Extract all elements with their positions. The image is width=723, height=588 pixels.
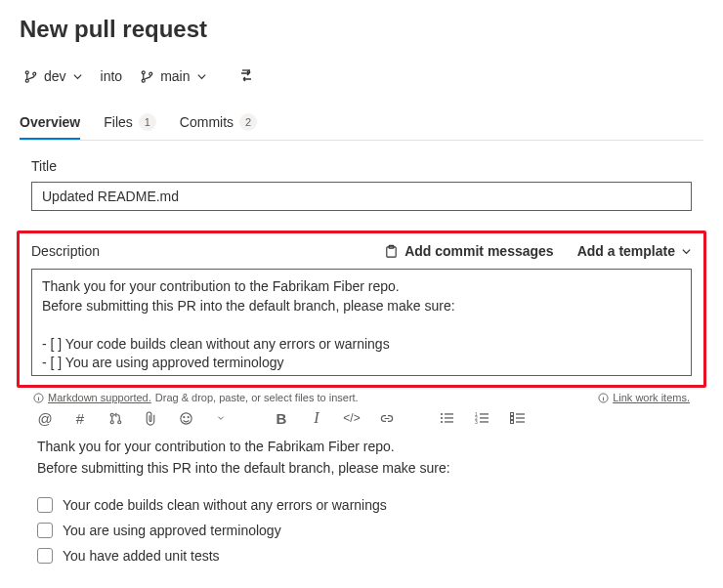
branch-icon <box>23 69 38 84</box>
svg-point-18 <box>441 417 443 419</box>
svg-rect-27 <box>480 421 489 422</box>
svg-point-14 <box>183 416 184 417</box>
info-icon <box>598 393 609 403</box>
link-work-items-link[interactable]: Link work items. <box>613 392 690 403</box>
checklist-item: You have added unit tests <box>37 543 686 568</box>
tab-overview-label: Overview <box>20 114 80 130</box>
checkbox[interactable] <box>37 548 53 564</box>
svg-rect-30 <box>511 417 514 420</box>
title-label: Title <box>31 158 692 174</box>
tab-commits[interactable]: Commits 2 <box>180 107 257 139</box>
tab-overview[interactable]: Overview <box>20 108 80 140</box>
swap-branches-button[interactable] <box>236 66 256 86</box>
svg-rect-25 <box>480 417 489 418</box>
preview-line: Thank you for your contribution to the F… <box>37 437 686 458</box>
bullet-list-button[interactable] <box>438 411 457 425</box>
pr-ref-button[interactable] <box>106 411 125 426</box>
tab-commits-label: Commits <box>180 114 234 130</box>
checklist-item-label: You are using approved terminology <box>63 523 281 538</box>
drag-drop-hint: Drag & drop, paste, or select files to i… <box>155 392 359 403</box>
branch-compare-row: dev into main <box>20 66 703 86</box>
task-list-button[interactable] <box>508 411 528 425</box>
checklist-item: Your code builds clean without any error… <box>37 492 686 518</box>
paste-icon <box>384 244 399 259</box>
svg-point-2 <box>33 72 36 75</box>
info-icon <box>33 393 44 403</box>
svg-text:3: 3 <box>475 419 478 425</box>
description-hint-row: Markdown supported. Drag & drop, paste, … <box>20 392 703 405</box>
source-branch-picker[interactable]: dev <box>20 66 87 86</box>
svg-rect-19 <box>445 417 453 418</box>
add-commit-messages-label: Add commit messages <box>404 243 554 259</box>
into-label: into <box>101 68 123 84</box>
svg-point-12 <box>117 420 120 423</box>
title-input[interactable] <box>31 182 692 211</box>
markdown-supported-link[interactable]: Markdown supported. <box>48 392 151 403</box>
chevron-down-icon <box>196 71 207 82</box>
chevron-down-icon <box>681 246 692 257</box>
svg-point-16 <box>441 413 443 415</box>
attach-button[interactable] <box>141 411 160 426</box>
italic-button[interactable]: I <box>307 409 326 427</box>
target-branch-picker[interactable]: main <box>136 66 210 86</box>
tab-files-label: Files <box>104 114 133 130</box>
tabs: Overview Files 1 Commits 2 <box>20 107 703 141</box>
checkbox[interactable] <box>37 523 53 538</box>
svg-point-3 <box>142 70 145 73</box>
tab-files[interactable]: Files 1 <box>104 107 156 139</box>
checklist-item-label: You have added unit tests <box>63 548 220 564</box>
svg-point-0 <box>25 70 28 73</box>
mention-button[interactable]: @ <box>35 410 55 427</box>
svg-rect-21 <box>445 421 453 422</box>
checklist-item: You are using approved terminology <box>37 518 686 543</box>
tab-commits-count: 2 <box>239 113 257 131</box>
add-template-button[interactable]: Add a template <box>577 243 692 259</box>
svg-point-4 <box>142 79 145 82</box>
svg-point-11 <box>110 420 113 423</box>
markdown-toolbar: @ # B I </> 123 <box>20 405 703 437</box>
form-area: Title <box>20 141 703 217</box>
emoji-button[interactable] <box>176 411 195 426</box>
svg-point-10 <box>110 413 113 416</box>
code-button[interactable]: </> <box>342 411 362 425</box>
svg-point-1 <box>25 79 28 82</box>
branch-icon <box>140 69 154 84</box>
source-branch-name: dev <box>44 68 66 84</box>
add-commit-messages-button[interactable]: Add commit messages <box>384 243 554 259</box>
link-button[interactable] <box>377 411 397 426</box>
page-title: New pull request <box>20 16 703 43</box>
preview-line: Before submitting this PR into the defau… <box>37 458 686 480</box>
target-branch-name: main <box>160 68 190 84</box>
svg-point-5 <box>149 72 152 75</box>
checkbox[interactable] <box>37 497 53 513</box>
svg-point-20 <box>441 421 443 423</box>
svg-point-15 <box>188 416 189 417</box>
emoji-chevron-down-icon[interactable] <box>211 414 231 422</box>
description-textarea[interactable] <box>31 269 692 376</box>
svg-rect-28 <box>511 413 514 416</box>
svg-rect-23 <box>480 413 489 414</box>
description-preview: Thank you for your contribution to the F… <box>20 437 703 488</box>
chevron-down-icon <box>72 71 83 82</box>
tab-files-count: 1 <box>139 113 156 131</box>
checklist-item-label: Your code builds clean without any error… <box>63 497 387 513</box>
preview-checklist: Your code builds clean without any error… <box>20 488 703 576</box>
description-section-highlight: Description Add commit messages Add a te… <box>17 231 706 388</box>
description-label: Description <box>31 243 100 259</box>
add-template-label: Add a template <box>577 243 675 259</box>
svg-rect-32 <box>511 421 514 424</box>
numbered-list-button[interactable]: 123 <box>473 411 492 425</box>
bold-button[interactable]: B <box>272 410 291 427</box>
svg-rect-17 <box>445 413 453 414</box>
hash-button[interactable]: # <box>70 410 90 427</box>
